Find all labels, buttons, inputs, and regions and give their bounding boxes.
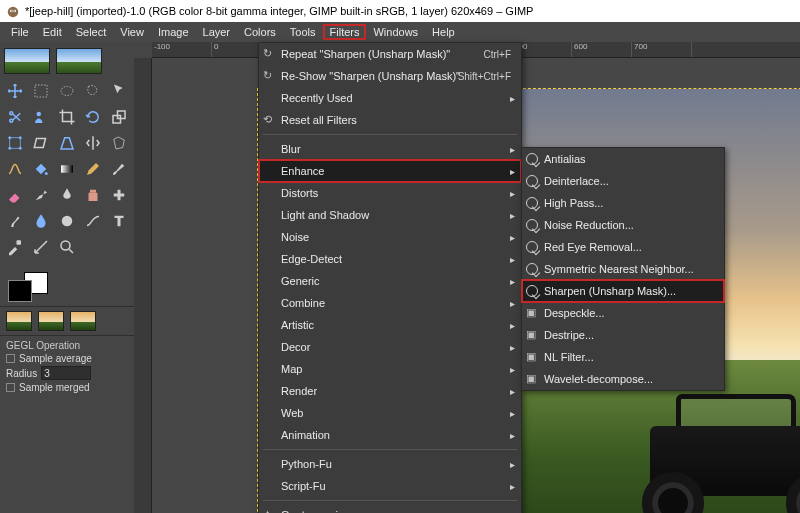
svg-rect-5	[35, 85, 47, 97]
preview-thumb-2[interactable]	[38, 311, 64, 331]
foreground-select-icon[interactable]	[28, 104, 54, 130]
mi-sharpen-unsharp[interactable]: Sharpen (Unsharp Mask)...	[522, 280, 724, 302]
warp-icon[interactable]	[2, 156, 28, 182]
preview-thumb-3[interactable]	[70, 311, 96, 331]
menu-filters[interactable]: Filters	[323, 24, 367, 40]
mi-light[interactable]: Light and Shadow▸	[259, 204, 521, 226]
mi-noise-reduction[interactable]: Noise Reduction...	[522, 214, 724, 236]
airbrush-icon[interactable]	[28, 182, 54, 208]
tool-options-header: GEGL Operation	[6, 340, 128, 351]
menu-edit[interactable]: Edit	[36, 24, 69, 40]
menu-layer[interactable]: Layer	[196, 24, 238, 40]
ink-icon[interactable]	[54, 182, 80, 208]
measure-icon[interactable]	[28, 234, 54, 260]
scissors-icon[interactable]	[2, 104, 28, 130]
mi-repeat[interactable]: ↻Repeat "Sharpen (Unsharp Mask)"Ctrl+F	[259, 43, 521, 65]
text-icon[interactable]	[106, 208, 132, 234]
window-title: *[jeep-hill] (imported)-1.0 (RGB color 8…	[25, 5, 533, 17]
paintbrush-icon[interactable]	[106, 156, 132, 182]
filters-menu[interactable]: ↻Repeat "Sharpen (Unsharp Mask)"Ctrl+F ↻…	[258, 42, 522, 513]
mi-pythonfu[interactable]: Python-Fu▸	[259, 453, 521, 475]
flip-icon[interactable]	[80, 130, 106, 156]
radius-input[interactable]	[41, 366, 91, 380]
mi-combine[interactable]: Combine▸	[259, 292, 521, 314]
mi-highpass[interactable]: High Pass...	[522, 192, 724, 214]
svg-rect-19	[90, 190, 96, 193]
path-icon[interactable]	[80, 208, 106, 234]
thumbnail-1[interactable]	[4, 48, 50, 74]
preview-thumb-1[interactable]	[6, 311, 32, 331]
mi-destripe[interactable]: ▣Destripe...	[522, 324, 724, 346]
blur-icon[interactable]	[28, 208, 54, 234]
mi-red-eye[interactable]: Red Eye Removal...	[522, 236, 724, 258]
smudge-icon[interactable]	[2, 208, 28, 234]
unified-transform-icon[interactable]	[2, 130, 28, 156]
clone-icon[interactable]	[80, 182, 106, 208]
ellipse-select-icon[interactable]	[54, 78, 80, 104]
mi-nlfilter[interactable]: ▣NL Filter...	[522, 346, 724, 368]
pencil-icon[interactable]	[80, 156, 106, 182]
crop-icon[interactable]	[54, 104, 80, 130]
scale-icon[interactable]	[106, 104, 132, 130]
rotate-icon[interactable]	[80, 104, 106, 130]
mi-animation[interactable]: Animation▸	[259, 424, 521, 446]
chevron-right-icon: ▸	[510, 386, 515, 397]
mi-label: Generic	[281, 275, 320, 287]
menu-image[interactable]: Image	[151, 24, 196, 40]
mi-noise[interactable]: Noise▸	[259, 226, 521, 248]
mi-generic[interactable]: Generic▸	[259, 270, 521, 292]
mi-scriptfu[interactable]: Script-Fu▸	[259, 475, 521, 497]
fuzzy-select-icon[interactable]	[106, 78, 132, 104]
mi-despeckle[interactable]: ▣Despeckle...	[522, 302, 724, 324]
rect-select-icon[interactable]	[28, 78, 54, 104]
mi-antialias[interactable]: Antialias	[522, 148, 724, 170]
free-select-icon[interactable]	[80, 78, 106, 104]
mi-label: Artistic	[281, 319, 314, 331]
mi-reshow[interactable]: ↻Re-Show "Sharpen (Unsharp Mask)"Shift+C…	[259, 65, 521, 87]
cage-icon[interactable]	[106, 130, 132, 156]
bg-color-swatch[interactable]	[8, 280, 32, 302]
mi-snn[interactable]: Symmetric Nearest Neighbor...	[522, 258, 724, 280]
thumbnail-2-selected[interactable]	[56, 48, 102, 74]
bucket-icon[interactable]	[28, 156, 54, 182]
mi-distorts[interactable]: Distorts▸	[259, 182, 521, 204]
mi-decor[interactable]: Decor▸	[259, 336, 521, 358]
enhance-submenu[interactable]: Antialias Deinterlace... High Pass... No…	[521, 147, 725, 391]
mi-map[interactable]: Map▸	[259, 358, 521, 380]
eraser-icon[interactable]	[2, 182, 28, 208]
dodge-icon[interactable]	[54, 208, 80, 234]
menu-view[interactable]: View	[113, 24, 151, 40]
menu-file[interactable]: File	[4, 24, 36, 40]
sample-merged-checkbox[interactable]	[6, 383, 15, 392]
menu-colors[interactable]: Colors	[237, 24, 283, 40]
mi-recent[interactable]: Recently Used▸	[259, 87, 521, 109]
mi-blur[interactable]: Blur▸	[259, 138, 521, 160]
mi-artistic[interactable]: Artistic▸	[259, 314, 521, 336]
menu-tools[interactable]: Tools	[283, 24, 323, 40]
color-swatches[interactable]	[0, 262, 134, 306]
mi-render[interactable]: Render▸	[259, 380, 521, 402]
mi-enhance[interactable]: Enhance▸	[259, 160, 521, 182]
gradient-icon[interactable]	[54, 156, 80, 182]
perspective-icon[interactable]	[54, 130, 80, 156]
menu-windows[interactable]: Windows	[366, 24, 425, 40]
mi-wavelet[interactable]: ▣Wavelet-decompose...	[522, 368, 724, 390]
menu-select[interactable]: Select	[69, 24, 114, 40]
svg-rect-24	[17, 240, 22, 245]
menu-help[interactable]: Help	[425, 24, 462, 40]
mi-goat[interactable]: ✦Goat-exercise	[259, 504, 521, 513]
sample-average-checkbox[interactable]	[6, 354, 15, 363]
menubar[interactable]: File Edit Select View Image Layer Colors…	[0, 22, 800, 42]
shear-icon[interactable]	[28, 130, 54, 156]
mi-label: Antialias	[544, 153, 586, 165]
zoom-icon[interactable]	[54, 234, 80, 260]
mi-edge[interactable]: Edge-Detect▸	[259, 248, 521, 270]
mi-reset[interactable]: ⟲Reset all Filters	[259, 109, 521, 131]
heal-icon[interactable]	[106, 182, 132, 208]
mi-web[interactable]: Web▸	[259, 402, 521, 424]
color-picker-icon[interactable]	[2, 234, 28, 260]
move-tool-icon[interactable]	[2, 78, 28, 104]
toolbox-panel: GEGL Operation Sample average Radius Sam…	[0, 42, 134, 513]
svg-rect-18	[61, 165, 73, 173]
mi-deinterlace[interactable]: Deinterlace...	[522, 170, 724, 192]
